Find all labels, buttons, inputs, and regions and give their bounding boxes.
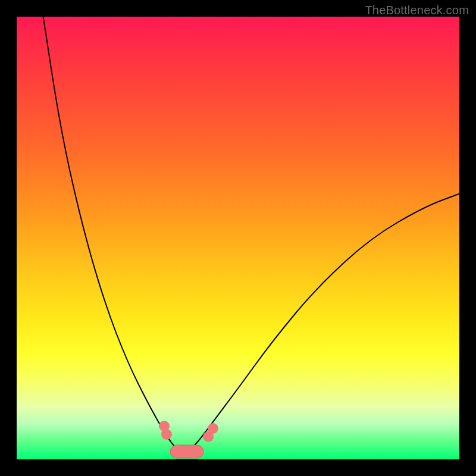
valley-dot <box>208 423 218 434</box>
plot-area <box>17 17 459 459</box>
valley-dot <box>181 447 192 458</box>
bottleneck-curve <box>43 17 459 452</box>
valley-dot <box>191 446 202 456</box>
watermark-text: TheBottleneck.com <box>365 4 469 17</box>
valley-dot <box>161 429 172 440</box>
valley-marker-cluster <box>159 421 218 458</box>
valley-dot <box>172 444 183 455</box>
chart-frame: TheBottleneck.com <box>0 0 476 476</box>
curve-layer <box>17 17 459 459</box>
